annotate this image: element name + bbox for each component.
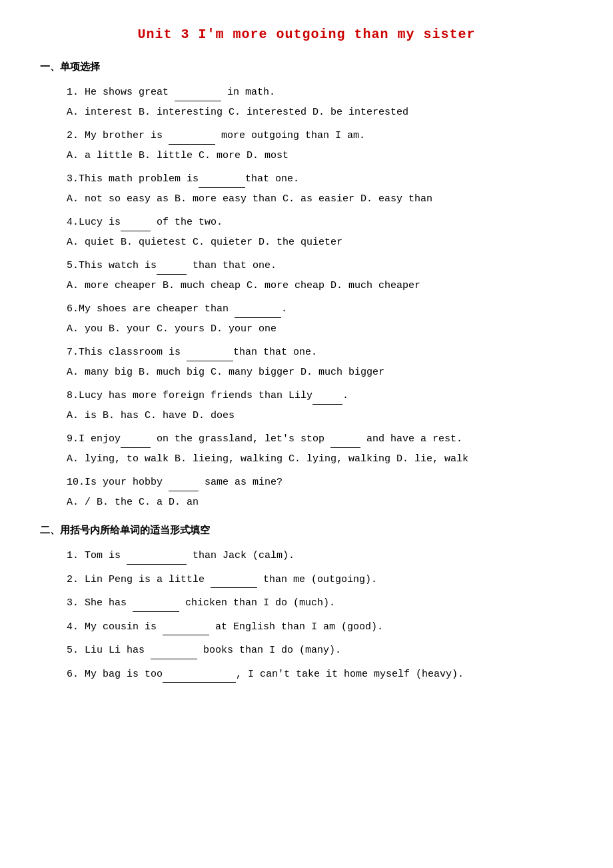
s2q2-text-after: than me (outgoing). [257,574,377,585]
q10-blank [169,481,199,491]
q4-blank [121,221,151,231]
question-block-8: 8.Lucy has more foreign friends than Lil… [40,387,573,424]
question-block-10: 10.Is your hobby same as mine? A. / B. t… [40,474,573,511]
question-text-1: 1. He shows great in math. [67,84,573,101]
q5-options: A. more cheaper B. much cheap C. more ch… [67,277,573,295]
q4-text-after: of the two. [151,217,223,228]
q2-text-before: 2. My brother is [67,130,169,141]
s2q3-blank [133,601,179,612]
question-block-7: 7.This classroom is than that one. A. ma… [40,344,573,381]
s2q1-blank [127,554,187,565]
s2q2-text-before: 2. Lin Peng is a little [67,574,211,585]
q8-blank [312,394,342,405]
q2-blank [169,134,215,145]
q4-text-before: 4.Lucy is [67,217,121,228]
section1-header: 一、单项选择 [40,61,573,73]
q10-options: A. / B. the C. a D. an [67,494,573,511]
q1-options: A. interest B. interesting C. interested… [67,104,573,121]
section2: 二、用括号内所给单词的适当形式填空 1. Tom is than Jack (c… [40,524,573,683]
q8-options: A. is B. has C. have D. does [67,407,573,425]
s2q1-text-after: than Jack (calm). [187,550,295,561]
s2q5-blank [151,649,197,659]
q7-text-before: 7.This classroom is [67,347,187,358]
s2-question-text-2: 2. Lin Peng is a little than me (outgoin… [67,571,573,589]
q1-text-after: in math. [221,87,275,98]
page-title: Unit 3 I'm more outgoing than my sister [40,27,573,42]
q10-text-before: 10.Is your hobby [67,477,169,488]
q9-options: A. lying, to walk B. lieing, walking C. … [67,451,573,468]
s2q6-text-after: , I can't take it home myself (heavy). [236,669,464,680]
section1: 一、单项选择 1. He shows great in math. A. int… [40,61,573,511]
s2-question-text-3: 3. She has chicken than I do (much). [67,595,573,612]
q5-text-after: than that one. [187,260,277,271]
s2q4-blank [163,625,209,635]
q7-text-after: than that one. [233,347,317,358]
q1-blank [175,91,221,101]
s2q1-text-before: 1. Tom is [67,550,127,561]
q2-text-after: more outgoing than I am. [215,130,365,141]
q5-text-before: 5.This watch is [67,260,157,271]
question-block-3: 3.This math problem isthat one. A. not s… [40,171,573,207]
question-text-7: 7.This classroom is than that one. [67,344,573,361]
q6-text-after: . [281,303,287,315]
s2-question-text-4: 4. My cousin is at English than I am (go… [67,619,573,636]
question-text-3: 3.This math problem isthat one. [67,171,573,188]
q3-options: A. not so easy as B. more easy than C. a… [67,191,573,208]
question-block-6: 6.My shoes are cheaper than . A. you B. … [40,301,573,337]
question-block-9: 9.I enjoy on the grassland, let's stop a… [40,431,573,467]
q1-text-before: 1. He shows great [67,87,175,98]
s2-question-block-5: 5. Liu Li has books than I do (many). [40,642,573,659]
question-text-8: 8.Lucy has more foreign friends than Lil… [67,387,573,405]
question-text-5: 5.This watch is than that one. [67,257,573,275]
q3-text-after: that one. [245,173,299,185]
s2q3-text-after: chicken than I do (much). [179,597,335,609]
s2q5-text-before: 5. Liu Li has [67,645,151,656]
s2q5-text-after: books than I do (many). [197,645,341,656]
question-block-2: 2. My brother is more outgoing than I am… [40,127,573,164]
question-text-4: 4.Lucy is of the two. [67,214,573,231]
q10-text-after: same as mine? [199,477,283,488]
q8-text-after: . [342,390,348,401]
q7-blank [187,351,233,361]
q9-text-mid: on the grassland, let's stop [151,433,330,445]
s2-question-block-2: 2. Lin Peng is a little than me (outgoin… [40,571,573,589]
s2-question-text-5: 5. Liu Li has books than I do (many). [67,642,573,659]
s2q6-blank [163,672,236,683]
q3-blank [199,177,245,188]
q3-text-before: 3.This math problem is [67,173,199,185]
question-text-9: 9.I enjoy on the grassland, let's stop a… [67,431,573,448]
question-text-6: 6.My shoes are cheaper than . [67,301,573,318]
question-block-5: 5.This watch is than that one. A. more c… [40,257,573,294]
q6-options: A. you B. your C. yours D. your one [67,321,573,338]
q9-text-before: 9.I enjoy [67,433,121,445]
s2-question-block-4: 4. My cousin is at English than I am (go… [40,619,573,636]
s2q4-text-after: at English than I am (good). [209,621,383,633]
q9-blank2 [330,437,360,448]
s2-question-text-1: 1. Tom is than Jack (calm). [67,547,573,565]
s2q3-text-before: 3. She has [67,597,133,609]
s2-question-block-6: 6. My bag is too, I can't take it home m… [40,666,573,683]
question-block-4: 4.Lucy is of the two. A. quiet B. quiete… [40,214,573,251]
s2q4-text-before: 4. My cousin is [67,621,163,633]
q6-text-before: 6.My shoes are cheaper than [67,303,235,315]
s2q2-blank [211,577,257,588]
question-text-10: 10.Is your hobby same as mine? [67,474,573,491]
s2-question-text-6: 6. My bag is too, I can't take it home m… [67,666,573,683]
s2-question-block-1: 1. Tom is than Jack (calm). [40,547,573,565]
question-text-2: 2. My brother is more outgoing than I am… [67,127,573,145]
section2-header: 二、用括号内所给单词的适当形式填空 [40,524,573,537]
q5-blank [157,264,187,275]
q8-text-before: 8.Lucy has more foreign friends than Lil… [67,390,312,401]
s2-question-block-3: 3. She has chicken than I do (much). [40,595,573,612]
q4-options: A. quiet B. quietest C. quieter D. the q… [67,234,573,251]
q9-text-after: and have a rest. [360,433,462,445]
s2q6-text-before: 6. My bag is too [67,669,163,680]
q7-options: A. many big B. much big C. many bigger D… [67,364,573,381]
q6-blank [235,307,281,318]
q9-blank1 [121,437,151,448]
q2-options: A. a little B. little C. more D. most [67,147,573,165]
question-block-1: 1. He shows great in math. A. interest B… [40,84,573,121]
